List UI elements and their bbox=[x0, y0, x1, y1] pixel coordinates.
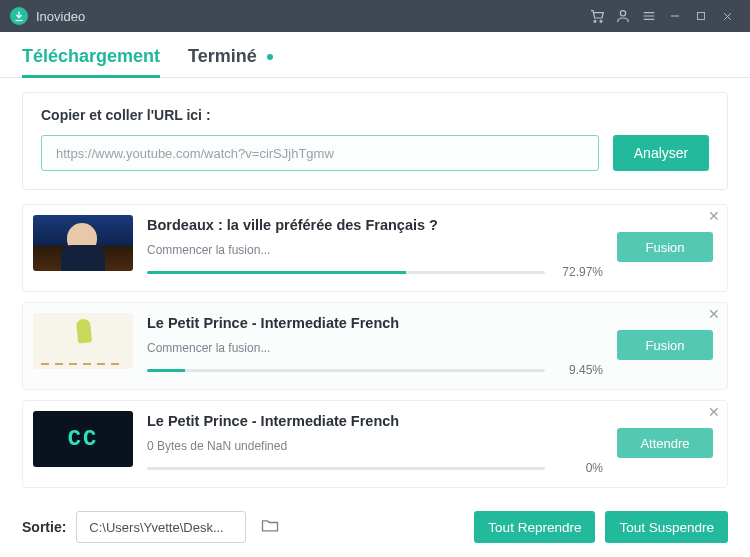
resume-all-button[interactable]: Tout Reprendre bbox=[474, 511, 595, 543]
titlebar: Inovideo bbox=[0, 0, 750, 32]
cc-badge: CC bbox=[68, 427, 98, 452]
fusion-button[interactable]: Fusion bbox=[617, 330, 713, 360]
folder-icon[interactable] bbox=[256, 511, 284, 543]
wait-button[interactable]: Attendre bbox=[617, 428, 713, 458]
progress-bar bbox=[147, 467, 545, 470]
url-label: Copier et coller l'URL ici : bbox=[41, 107, 709, 123]
close-icon[interactable]: ✕ bbox=[707, 209, 721, 223]
output-label: Sortie: bbox=[22, 519, 66, 535]
download-title: Le Petit Prince - Intermediate French bbox=[147, 413, 603, 429]
thumbnail bbox=[33, 313, 133, 369]
download-title: Le Petit Prince - Intermediate French bbox=[147, 315, 603, 331]
maximize-button[interactable] bbox=[688, 0, 714, 32]
progress-percent: 0% bbox=[555, 461, 603, 475]
download-status: Commencer la fusion... bbox=[147, 243, 603, 257]
minimize-button[interactable] bbox=[662, 0, 688, 32]
output-path[interactable]: C:\Users\Yvette\Desk... bbox=[76, 511, 246, 543]
main-content: Copier et coller l'URL ici : Analyser ✕ … bbox=[0, 78, 750, 501]
download-item: ✕ Bordeaux : la ville préférée des Franç… bbox=[22, 204, 728, 292]
tab-finished[interactable]: Terminé bbox=[188, 46, 257, 77]
close-icon[interactable]: ✕ bbox=[707, 405, 721, 419]
svg-point-2 bbox=[620, 11, 625, 16]
progress-bar bbox=[147, 271, 545, 274]
menu-icon[interactable] bbox=[636, 0, 662, 32]
analyze-button[interactable]: Analyser bbox=[613, 135, 709, 171]
svg-point-1 bbox=[600, 20, 602, 22]
cart-icon[interactable] bbox=[584, 0, 610, 32]
thumbnail: CC bbox=[33, 411, 133, 467]
finished-indicator-dot bbox=[267, 54, 273, 60]
progress-percent: 9.45% bbox=[555, 363, 603, 377]
url-input[interactable] bbox=[41, 135, 599, 171]
fusion-button[interactable]: Fusion bbox=[617, 232, 713, 262]
close-icon[interactable]: ✕ bbox=[707, 307, 721, 321]
progress-fill bbox=[147, 369, 185, 372]
progress-fill bbox=[147, 271, 406, 274]
app-logo bbox=[10, 7, 28, 25]
tab-downloading[interactable]: Téléchargement bbox=[22, 46, 160, 77]
main-tabs: Téléchargement Terminé bbox=[0, 32, 750, 78]
footer: Sortie: C:\Users\Yvette\Desk... Tout Rep… bbox=[0, 501, 750, 557]
svg-rect-3 bbox=[698, 13, 705, 20]
suspend-all-button[interactable]: Tout Suspendre bbox=[605, 511, 728, 543]
svg-point-0 bbox=[594, 20, 596, 22]
download-status: 0 Bytes de NaN undefined bbox=[147, 439, 603, 453]
download-item: ✕ CC Le Petit Prince - Intermediate Fren… bbox=[22, 400, 728, 488]
download-item: ✕ Le Petit Prince - Intermediate French … bbox=[22, 302, 728, 390]
close-button[interactable] bbox=[714, 0, 740, 32]
url-card: Copier et coller l'URL ici : Analyser bbox=[22, 92, 728, 190]
thumbnail bbox=[33, 215, 133, 271]
progress-percent: 72.97% bbox=[555, 265, 603, 279]
account-icon[interactable] bbox=[610, 0, 636, 32]
app-title: Inovideo bbox=[36, 9, 85, 24]
download-status: Commencer la fusion... bbox=[147, 341, 603, 355]
progress-bar bbox=[147, 369, 545, 372]
download-title: Bordeaux : la ville préférée des Françai… bbox=[147, 217, 603, 233]
